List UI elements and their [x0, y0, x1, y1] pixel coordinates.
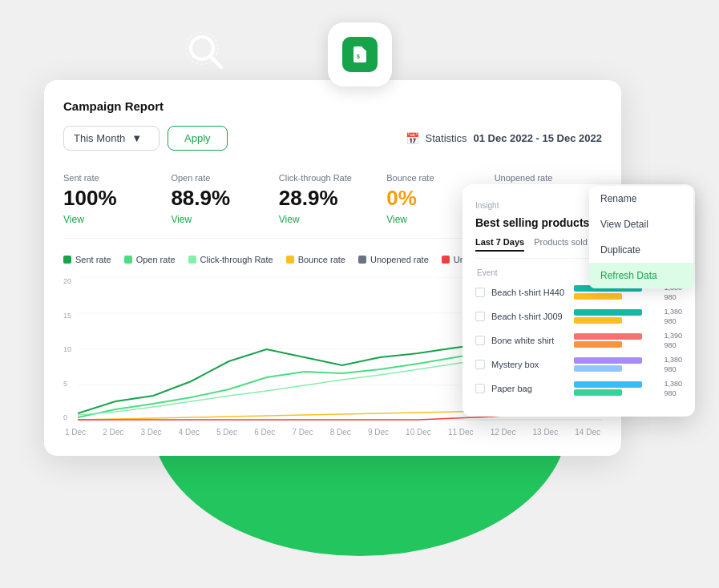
insight-row-3: Bone white shirt 1,390 980	[475, 332, 682, 349]
dropdown-rename[interactable]: Rename	[589, 186, 693, 211]
insight-row-2: Beach t-shirt J009 1,380 980	[475, 308, 682, 325]
dropdown-refresh-data[interactable]: Refresh Data	[589, 263, 693, 288]
product-checkbox-5[interactable]	[475, 384, 485, 393]
app-icon: $	[328, 22, 392, 87]
stats-date-value: 01 Dec 2022 - 15 Dec 2022	[474, 132, 602, 144]
tab-last-7-days[interactable]: Last 7 Days	[475, 237, 524, 252]
dropdown-menu: Rename View Detail Duplicate Refresh Dat…	[589, 186, 693, 288]
stats-date-range: 📅 Statistics 01 Dec 2022 - 15 Dec 2022	[406, 132, 602, 145]
stat-ctr: Click-through Rate 28.9% View	[279, 173, 386, 225]
scene: $ Campaign Report This Month ▼ Apply 📅 S…	[0, 0, 719, 588]
stat-open-rate: Open rate 88.9% View	[171, 173, 278, 225]
legend-dot-ctr	[188, 256, 196, 264]
stat-bounce-label: Bounce rate	[386, 173, 481, 183]
x-axis-labels: 1 Dec 2 Dec 3 Dec 4 Dec 5 Dec 6 Dec 7 De…	[63, 428, 602, 437]
calendar-icon: 📅	[406, 132, 419, 145]
legend-ctr: Click-through Rate	[188, 255, 273, 264]
dropdown-view-detail[interactable]: View Detail	[589, 211, 693, 237]
product-name-4: Mystery box	[491, 360, 568, 369]
legend-label-open: Open rate	[136, 255, 176, 264]
product-name-1: Beach t-shirt H440	[491, 288, 568, 297]
legend-label-bounce: Bounce rate	[298, 255, 345, 264]
dropdown-duplicate[interactable]: Duplicate	[589, 237, 693, 263]
bar-values-5: 1,380 980	[664, 380, 682, 397]
stat-unopened-label: Unopened rate	[495, 173, 589, 183]
apply-button[interactable]: Apply	[168, 126, 228, 151]
legend-sent-rate: Sent rate	[63, 255, 111, 264]
stat-sent-rate-value: 100%	[63, 186, 158, 211]
legend-dot-unopened	[358, 256, 366, 264]
legend-bounce: Bounce rate	[286, 255, 345, 264]
insight-row-5: Paper bag 1,380 980	[475, 380, 682, 397]
product-checkbox-1[interactable]	[475, 288, 485, 297]
bar-values-4: 1,380 980	[664, 356, 682, 373]
search-decoration	[184, 30, 226, 72]
bar-1-bottom	[574, 293, 622, 300]
svg-text:$: $	[357, 54, 360, 60]
stat-open-rate-value: 88.9%	[171, 186, 265, 211]
product-checkbox-3[interactable]	[475, 336, 485, 345]
bar-3-top	[574, 333, 642, 340]
bar-3-bottom	[574, 341, 622, 348]
product-bars-5	[574, 381, 654, 396]
bar-5-top	[574, 381, 642, 388]
stat-sent-rate: Sent rate 100% View	[63, 173, 171, 225]
bar-values-2: 1,380 980	[664, 308, 682, 325]
stat-open-rate-label: Open rate	[171, 173, 265, 183]
product-checkbox-4[interactable]	[475, 360, 485, 369]
bar-4-top	[574, 357, 642, 364]
chevron-down-icon: ▼	[131, 132, 142, 144]
product-checkbox-2[interactable]	[475, 312, 485, 321]
svg-line-1	[210, 56, 221, 67]
app-icon-inner: $	[342, 37, 378, 72]
legend-dot-sent	[63, 256, 71, 264]
stat-ctr-value: 28.9%	[279, 186, 374, 211]
stat-sent-rate-link[interactable]: View	[63, 214, 158, 225]
legend-dot-bounce	[286, 256, 294, 264]
col-event: Event	[477, 268, 498, 277]
legend-dot-unsub	[442, 256, 450, 264]
stat-ctr-label: Click-through Rate	[279, 173, 374, 183]
legend-open-rate: Open rate	[124, 255, 176, 264]
month-select-value: This Month	[74, 132, 125, 144]
legend-label-unopened: Unopened rate	[370, 255, 429, 264]
card-title: Campaign Report	[63, 99, 602, 113]
product-bars-2	[574, 309, 654, 324]
product-name-3: Bone white shirt	[491, 336, 568, 345]
legend-label-sent: Sent rate	[75, 255, 111, 264]
bar-5-bottom	[574, 389, 622, 396]
stat-open-rate-link[interactable]: View	[171, 214, 265, 225]
bar-4-bottom	[574, 365, 622, 372]
legend-unopened: Unopened rate	[358, 255, 429, 264]
month-select[interactable]: This Month ▼	[63, 126, 160, 151]
insight-row-4: Mystery box 1,380 980	[475, 356, 682, 373]
bar-2-bottom	[574, 317, 622, 324]
product-name-5: Paper bag	[491, 384, 568, 393]
legend-dot-open	[124, 256, 132, 264]
product-bars-3	[574, 333, 654, 348]
stats-label: Statistics	[426, 132, 467, 144]
product-bars-4	[574, 357, 654, 372]
stat-sent-rate-label: Sent rate	[63, 173, 158, 183]
top-controls: This Month ▼ Apply 📅 Statistics 01 Dec 2…	[63, 126, 602, 151]
insight-label: Insight	[475, 201, 499, 210]
legend-label-ctr: Click-through Rate	[200, 255, 273, 264]
bar-2-top	[574, 309, 642, 316]
product-name-2: Beach t-shirt J009	[491, 312, 568, 321]
bar-values-3: 1,390 980	[664, 332, 682, 349]
left-controls: This Month ▼ Apply	[63, 126, 228, 151]
stat-ctr-link[interactable]: View	[279, 214, 374, 225]
